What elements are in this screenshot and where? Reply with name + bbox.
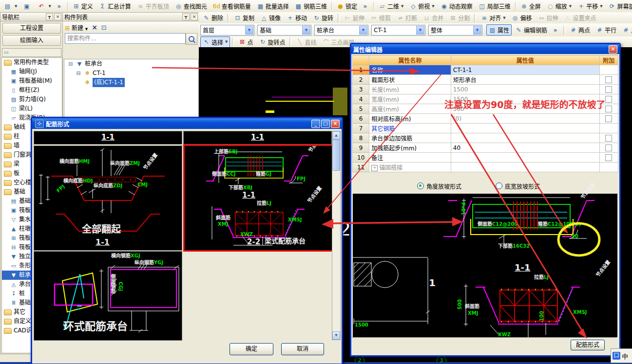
toolbar-button[interactable]: ▼ — [338, 13, 340, 23]
close-icon[interactable]: × — [54, 13, 61, 20]
toolbar-button[interactable]: # 平行 ▼ — [594, 24, 619, 36]
property-value[interactable] — [451, 124, 599, 133]
toolbar-button[interactable]: » ▼ — [361, 1, 371, 11]
context-dropdown[interactable]: 整体 ▼ — [428, 25, 482, 36]
toolbar-button[interactable]: ▼ — [67, 1, 68, 11]
close-icon[interactable]: × — [191, 13, 198, 20]
toolbar-button[interactable]: ∴ 设置夹点 ▼ — [562, 12, 599, 23]
toolbar-button[interactable]: ⊡ 复制 ▼ — [231, 12, 257, 23]
toolbar-button[interactable]: ⊔ 合并 ▼ — [421, 12, 446, 23]
toolbar-button[interactable]: ↔ 拉伸 ▼ — [536, 12, 561, 23]
sidebar-item[interactable]: ◫ 梁(L) — [2, 104, 62, 113]
toolbar-button[interactable]: ↻ 旋转 ▼ — [310, 12, 336, 23]
extra-checkbox[interactable] — [605, 76, 612, 83]
toolbar-button[interactable]: ⊞ 定义 ▼ — [70, 0, 96, 12]
nav-section-button[interactable]: 绘图输入 — [2, 35, 61, 46]
toolbar-button[interactable]: ↶ ▼ — [35, 1, 53, 11]
property-editor-titlebar[interactable]: 属性编辑器 × — [351, 44, 619, 54]
rebar-form-option-beam-type[interactable]: 上部筋SBJ 节点设置 侧面筋CCJ 箍筋GJ FPJ 下部筋XBJ 1-1 拉… — [183, 145, 334, 252]
scrollbar-thumb[interactable] — [332, 140, 340, 171]
toolbar-button[interactable]: ◉ 动态观察 ▼ — [438, 0, 475, 12]
toolbar-button[interactable]: ◎ 查找图元 ▼ — [172, 0, 210, 12]
close-icon[interactable]: × — [609, 45, 617, 54]
toolbar-button[interactable]: ≡ 平齐板顶 ▼ — [134, 0, 172, 12]
property-row[interactable]: 7 +其它钢筋 — [353, 124, 618, 133]
toolbar-button[interactable]: ⊠ 分割 ▼ — [447, 12, 472, 23]
toolbar-button[interactable]: ▼ — [515, 1, 516, 11]
maximize-icon[interactable]: □ — [321, 120, 330, 128]
property-row[interactable]: 9 +加强筋起步(mm) 40 — [353, 143, 618, 153]
toolbar-button[interactable]: » ▼ — [55, 1, 65, 11]
cancel-button[interactable]: 取消 — [281, 343, 324, 355]
sidebar-item[interactable]: ▨ 剪力墙(Q) — [2, 95, 62, 104]
tree-node-leaf[interactable]: ✻ (底)CT-1-1 — [64, 78, 198, 87]
property-row[interactable]: 11 +锚固搭接 — [353, 163, 618, 172]
property-row[interactable]: 1 +名称 CT-1-1 — [353, 65, 618, 75]
property-value[interactable]: 40 — [451, 143, 599, 153]
toolbar-button[interactable]: ▼ — [474, 13, 476, 23]
minimize-icon[interactable]: _ — [311, 120, 320, 128]
search-button[interactable] — [186, 33, 197, 45]
toolbar-button[interactable]: ● 锁定 ▼ — [334, 0, 360, 12]
toolbar-button[interactable]: ✎ 删除 ▼ — [200, 12, 226, 23]
toolbar-button[interactable]: ◇ 俯视 ▼ — [407, 0, 437, 12]
toolbar-button[interactable]: # 两点 ▼ — [567, 24, 593, 36]
toolbar-button[interactable]: ▤ ▼ — [1, 1, 19, 11]
toolbar-button[interactable]: ▼ — [228, 13, 230, 23]
copy-component-button[interactable]: ⊡ — [101, 24, 107, 31]
toolbar-button[interactable]: ⟳ 屏幕旋转 ▼ — [606, 0, 632, 12]
toolbar-button[interactable]: » ▼ — [551, 25, 561, 35]
property-value[interactable]: (0) — [451, 114, 599, 124]
property-row[interactable]: 2 +截面形状 矩形承台 — [353, 75, 618, 85]
dialog-scrollbar[interactable]: ▲ ▼ — [332, 131, 341, 340]
toolbar-button[interactable]: ✂ 修剪 ▼ — [368, 12, 393, 23]
expand-icon[interactable]: ⊟ — [75, 70, 82, 76]
toolbar-button[interactable]: + 平移 ▼ — [575, 0, 605, 12]
toolbar-button[interactable]: ▼ — [331, 1, 332, 11]
toolbar-button[interactable]: ▼ — [289, 37, 291, 47]
toolbar-button[interactable]: ▼ — [373, 1, 374, 11]
toolbar-button[interactable]: # 点角 ▼ — [620, 24, 632, 36]
extra-checkbox[interactable] — [605, 135, 612, 142]
extra-checkbox[interactable] — [605, 106, 612, 112]
rebar-form-option-all-flip[interactable]: 横向面筋HMJ 纵向面筋ZMJ 横向底筋HDJ 纵向底筋ZDJ FPJ CMJ … — [34, 146, 182, 251]
ime-indicator[interactable]: 囗 中 — [611, 348, 632, 363]
collapse-icon[interactable]: ▭ — [2, 50, 8, 55]
extra-checkbox[interactable] — [605, 145, 612, 151]
sidebar-item[interactable]: 常用构件类型 — [2, 58, 62, 67]
toolbar-button[interactable]: △ 镜像 ▼ — [258, 12, 283, 23]
scroll-up-icon[interactable]: ▲ — [332, 131, 340, 140]
property-value[interactable]: 矩形承台 — [451, 75, 599, 85]
expand-icon[interactable]: + — [371, 165, 378, 171]
tile-caption-sliver[interactable]: 1-1 — [183, 131, 332, 145]
expand-icon[interactable]: ⊟ — [67, 61, 74, 67]
property-row[interactable]: 3 +长度(mm) 1500 — [353, 85, 618, 94]
pin-icon[interactable]: ┳ — [182, 13, 190, 20]
nav-section-button[interactable]: 工程设置 — [2, 23, 61, 34]
toolbar-button[interactable]: ≠ 打断 ▼ — [394, 12, 420, 23]
tree-node-root[interactable]: ⊟ ▼ 桩承台 — [64, 59, 198, 69]
new-component-button[interactable]: ⊞ 新建 ▼ — [65, 23, 88, 32]
context-dropdown[interactable]: 基础 ▼ — [257, 25, 311, 36]
rebar-form-option-ring-type[interactable]: 横向钢筋XGJ 纵向钢筋YGJ 侧面钢筋 CGJ 环式配筋承台 — [34, 251, 182, 341]
toolbar-button[interactable]: ▣ ▼ — [20, 1, 34, 11]
toolbar-button[interactable]: ⊠ 点 ▼ — [236, 36, 255, 48]
toolbar-button[interactable]: ▼ — [563, 25, 565, 35]
close-icon[interactable]: × — [331, 120, 340, 128]
toolbar-button[interactable]: ↻ 旋转点 ▼ — [256, 36, 287, 48]
dialog-titlebar[interactable]: ⊹ 配筋形式 _ □ × — [32, 118, 342, 129]
search-input[interactable]: 搜索构件... — [65, 33, 186, 44]
toolbar-button[interactable]: ▦ 批量选择 ▼ — [254, 0, 291, 12]
extra-checkbox[interactable] — [605, 96, 612, 103]
property-value[interactable]: CT-1-1 — [451, 65, 599, 75]
toolbar-button[interactable]: ◫ 局部三维 ▼ — [476, 0, 513, 12]
tree-node-group[interactable]: ⊟ ✻ CT-1 — [64, 69, 198, 78]
context-dropdown[interactable]: 首层 ▼ — [200, 25, 254, 36]
toolbar-button[interactable]: ↖ 选择 ▼ — [200, 36, 230, 48]
scroll-down-icon[interactable]: ▼ — [332, 331, 340, 340]
property-value[interactable] — [451, 133, 599, 143]
extra-checkbox[interactable] — [605, 154, 612, 161]
toolbar-button[interactable]: + 移动 ▼ — [284, 12, 309, 23]
property-row[interactable]: 6 +相对底标高(m) (0) — [353, 114, 618, 124]
toolbar-button[interactable]: ◌ 缩放 ▼ — [544, 0, 574, 12]
